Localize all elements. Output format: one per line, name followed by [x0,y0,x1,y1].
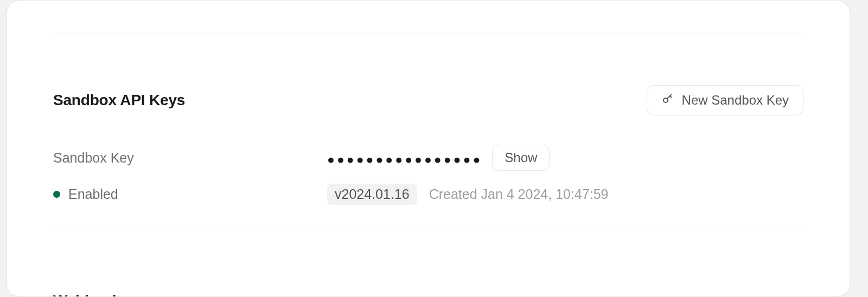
status-text: Enabled [68,186,118,202]
section-header: Sandbox API Keys New Sandbox Key [53,85,803,115]
key-icon [661,92,674,108]
new-sandbox-key-label: New Sandbox Key [682,93,789,108]
created-timestamp: Created Jan 4 2024, 10:47:59 [429,186,609,202]
version-badge: v2024.01.16 [327,184,417,205]
key-value-group: ●●●●●●●●●●●●●●●● Show [327,145,550,171]
status-group: Enabled [53,186,327,202]
content-wrapper: Sandbox API Keys New Sandbox Key Sandbox… [7,34,850,297]
show-key-button[interactable]: Show [492,145,550,171]
masked-key-value: ●●●●●●●●●●●●●●●● [327,152,482,167]
key-meta-row: Enabled v2024.01.16 Created Jan 4 2024, … [53,184,803,205]
svg-line-2 [670,96,672,98]
divider [53,34,803,34]
status-indicator-dot [53,191,60,198]
key-row: Sandbox Key ●●●●●●●●●●●●●●●● Show [53,145,803,171]
divider [53,228,803,228]
key-label: Sandbox Key [53,150,327,166]
settings-card: Sandbox API Keys New Sandbox Key Sandbox… [7,0,850,297]
webhooks-section-title: Webhooks [53,292,803,297]
section-title: Sandbox API Keys [53,92,185,109]
new-sandbox-key-button[interactable]: New Sandbox Key [647,85,803,115]
